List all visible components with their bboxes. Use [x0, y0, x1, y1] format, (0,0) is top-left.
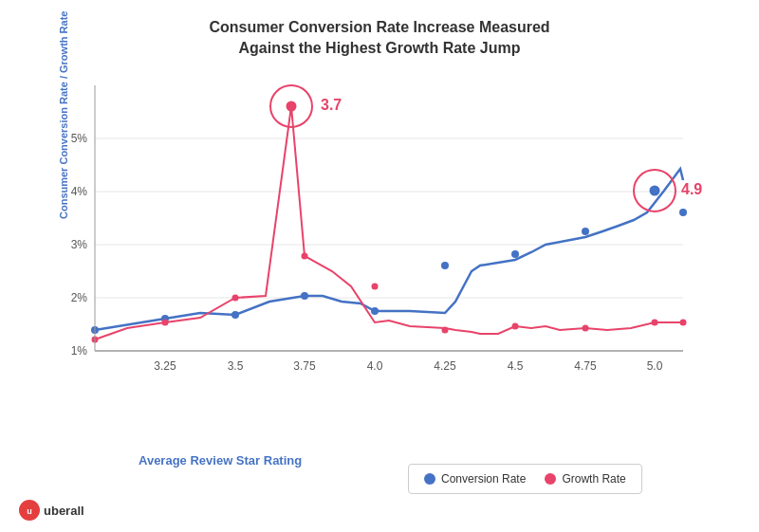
svg-point-38	[680, 320, 687, 326]
growth-rate-label: Growth Rate	[562, 472, 625, 486]
svg-text:4.25: 4.25	[434, 359, 456, 373]
chart-title: Consumer Conversion Rate Increase Measur…	[0, 0, 759, 60]
svg-point-22	[371, 307, 379, 315]
svg-point-36	[583, 325, 589, 332]
svg-text:4.75: 4.75	[574, 359, 597, 373]
svg-text:3.7: 3.7	[321, 97, 342, 113]
svg-point-31	[287, 102, 296, 111]
title-line1: Consumer Conversion Rate Increase Measur…	[209, 19, 549, 35]
main-chart: 1% 2% 3% 4% 5% 3.25 3.5 3.75 4.0 4.25 4.…	[57, 66, 702, 408]
svg-point-33	[372, 284, 379, 290]
svg-text:3.25: 3.25	[154, 359, 176, 373]
svg-point-26	[651, 187, 659, 195]
growth-rate-line	[95, 106, 683, 339]
svg-text:4%: 4%	[71, 185, 88, 198]
x-axis-label: Average Review Star Rating	[139, 453, 302, 468]
svg-point-32	[302, 253, 308, 260]
svg-point-29	[162, 320, 169, 326]
svg-point-35	[512, 323, 519, 330]
chart-legend: Conversion Rate Growth Rate	[408, 464, 642, 494]
conversion-rate-label: Conversion Rate	[441, 472, 526, 486]
svg-text:5%: 5%	[71, 132, 88, 145]
svg-text:3%: 3%	[71, 238, 88, 251]
growth-rate-dot	[545, 473, 556, 485]
svg-text:3.5: 3.5	[228, 359, 244, 373]
svg-point-34	[442, 327, 449, 334]
svg-point-25	[582, 228, 589, 235]
svg-text:4.0: 4.0	[367, 359, 383, 373]
legend-conversion-rate: Conversion Rate	[424, 472, 526, 486]
brand-name: uberall	[44, 504, 84, 518]
svg-point-23	[441, 262, 449, 269]
svg-point-21	[301, 292, 308, 300]
svg-point-27	[679, 209, 687, 216]
chart-container: Consumer Conversion Rate Increase Measur…	[0, 0, 759, 532]
svg-text:u: u	[27, 506, 32, 516]
svg-point-24	[511, 250, 519, 258]
svg-text:4.5: 4.5	[508, 359, 524, 373]
uberall-brand: u uberall	[19, 500, 84, 521]
svg-text:1%: 1%	[71, 344, 88, 358]
title-line2: Against the Highest Growth Rate Jump	[239, 40, 521, 56]
uberall-icon: u	[19, 500, 40, 521]
svg-point-20	[231, 311, 239, 319]
svg-point-30	[232, 295, 239, 302]
conversion-rate-line	[95, 169, 683, 330]
svg-text:2%: 2%	[71, 291, 88, 304]
svg-text:3.75: 3.75	[293, 359, 316, 373]
legend-growth-rate: Growth Rate	[545, 472, 625, 486]
svg-point-37	[652, 320, 658, 326]
svg-text:5.0: 5.0	[647, 359, 663, 373]
svg-text:4.9: 4.9	[681, 181, 702, 197]
conversion-rate-dot	[424, 473, 435, 485]
